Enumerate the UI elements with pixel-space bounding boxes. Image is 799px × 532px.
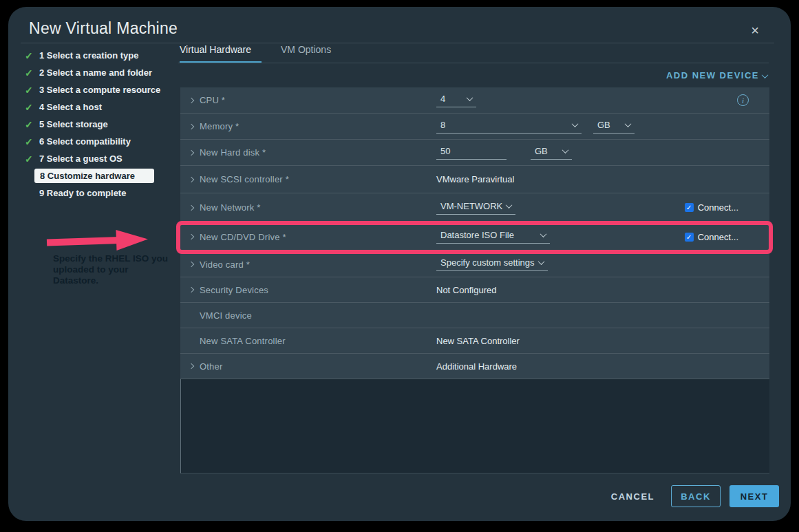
chevron-down-icon [538, 258, 545, 265]
row-other: Other Additional Hardware [180, 354, 769, 379]
active-step-pill: 8 Customize hardware [34, 169, 154, 183]
step-label: 1 Select a creation type [39, 50, 139, 61]
check-icon: ✓ [25, 136, 39, 147]
chevron-down-icon [506, 202, 513, 209]
step-label: 6 Select compatibility [39, 136, 131, 147]
network-connect-checkbox-group: ✓ Connect... [685, 202, 738, 213]
info-icon[interactable]: i [737, 94, 749, 106]
row-label: VMCI device [200, 310, 252, 321]
chevron-right-icon[interactable] [189, 235, 200, 239]
step-label: 9 Ready to complete [39, 188, 126, 198]
chevron-right-icon[interactable] [189, 206, 200, 210]
wizard-steps: ✓ 1 Select a creation type ✓ 2 Select a … [25, 47, 178, 202]
video-card-select[interactable]: Specify custom settings [436, 257, 548, 271]
step-select-compatibility[interactable]: ✓ 6 Select compatibility [25, 133, 178, 150]
cancel-button[interactable]: CANCEL [611, 491, 654, 502]
cpu-count-value: 4 [440, 94, 445, 104]
step-label: 7 Select a guest OS [39, 153, 122, 164]
row-label: New CD/DVD Drive * [200, 232, 286, 242]
memory-size-combobox[interactable]: 8 [436, 120, 582, 134]
disk-size-input[interactable]: 50 [436, 146, 507, 160]
check-icon: ✓ [25, 119, 39, 130]
chevron-right-icon[interactable] [189, 125, 200, 129]
chevron-right-icon[interactable] [189, 178, 200, 182]
chevron-down-icon [625, 120, 632, 127]
memory-unit-select[interactable]: GB [593, 120, 635, 134]
row-label: Security Devices [200, 285, 268, 295]
chevron-right-icon[interactable] [189, 98, 200, 103]
tab-divider [178, 63, 769, 63]
row-new-sata-controller: New SATA Controller New SATA Controller [180, 328, 769, 354]
close-icon[interactable]: × [751, 23, 759, 37]
video-card-value: Specify custom settings [440, 257, 535, 268]
cd-dvd-media-select[interactable]: Datastore ISO File [436, 230, 550, 244]
chevron-right-icon[interactable] [189, 151, 200, 155]
dialog-footer: CANCEL BACK NEXT [611, 485, 779, 507]
row-memory: Memory * 8 GB [180, 114, 769, 140]
connect-label: Connect... [698, 202, 738, 213]
row-security-devices: Security Devices Not Configured [180, 277, 769, 303]
network-select[interactable]: VM-NETWORK [436, 201, 515, 215]
other-value: Additional Hardware [436, 361, 517, 372]
tab-vm-options[interactable]: VM Options [281, 44, 331, 63]
chevron-down-icon [572, 120, 579, 127]
step-select-guest-os[interactable]: ✓ 7 Select a guest OS [25, 150, 178, 167]
step-select-host[interactable]: ✓ 4 Select a host [25, 98, 178, 116]
chevron-right-icon[interactable] [189, 262, 200, 266]
memory-unit-value: GB [597, 120, 610, 130]
chevron-down-icon [562, 147, 569, 153]
connect-label: Connect... [698, 232, 738, 242]
step-label: 2 Select a name and folder [39, 67, 152, 78]
row-new-hard-disk: New Hard disk * 50 GB [180, 140, 769, 166]
next-button[interactable]: NEXT [729, 485, 779, 507]
add-new-device-label: ADD NEW DEVICE [666, 70, 759, 81]
step-select-storage[interactable]: ✓ 5 Select storage [25, 116, 178, 133]
row-new-cd-dvd-drive: New CD/DVD Drive * Datastore ISO File ✓ … [180, 222, 769, 252]
check-icon: ✓ [25, 85, 39, 96]
device-list-empty-area [180, 379, 769, 474]
cd-dvd-media-value: Datastore ISO File [440, 230, 514, 240]
chevron-down-icon [467, 94, 473, 101]
row-new-scsi-controller: New SCSI controller * VMware Paravirtual [180, 166, 769, 193]
annotation-note: Specify the RHEL ISO you uploaded to you… [53, 253, 171, 286]
title-divider [21, 43, 774, 43]
row-label: Other [200, 361, 223, 372]
new-vm-dialog: New Virtual Machine × ✓ 1 Select a creat… [8, 7, 791, 521]
chevron-down-icon [540, 231, 547, 237]
chevron-right-icon[interactable] [189, 288, 200, 292]
scsi-controller-value: VMware Paravirtual [436, 174, 514, 184]
check-icon: ✓ [25, 102, 39, 113]
disk-unit-select[interactable]: GB [531, 146, 572, 160]
row-label: CPU * [200, 95, 225, 105]
step-ready-to-complete[interactable]: 9 Ready to complete [25, 184, 178, 202]
step-label: 4 Select a host [39, 102, 102, 112]
checkbox-checked-icon[interactable]: ✓ [685, 203, 694, 212]
network-value: VM-NETWORK [440, 201, 502, 211]
check-icon: ✓ [25, 153, 39, 164]
step-customize-hardware-active[interactable]: 8 Customize hardware [34, 167, 178, 184]
tab-bar: Virtual Hardware VM Options [180, 44, 331, 63]
step-label: 5 Select storage [39, 119, 108, 129]
chevron-down-icon [762, 72, 769, 78]
row-label: New Hard disk * [200, 147, 266, 158]
row-label: New SCSI controller * [200, 174, 289, 184]
row-cpu: CPU * 4 i [180, 87, 769, 114]
row-vmci-device: VMCI device [180, 303, 769, 328]
disk-unit-value: GB [535, 146, 548, 156]
checkbox-checked-icon[interactable]: ✓ [685, 233, 694, 242]
back-button[interactable]: BACK [671, 485, 721, 507]
security-devices-value: Not Configured [436, 285, 496, 295]
tab-virtual-hardware[interactable]: Virtual Hardware [180, 44, 262, 63]
chevron-right-icon[interactable] [189, 364, 200, 368]
row-label: New SATA Controller [200, 336, 286, 346]
cpu-count-select[interactable]: 4 [436, 94, 476, 107]
hardware-table: CPU * 4 i Memory * 8 GB New Hard [180, 87, 769, 474]
row-new-network: New Network * VM-NETWORK ✓ Connect... [180, 193, 769, 222]
row-label: Memory * [200, 121, 239, 131]
step-select-name-folder[interactable]: ✓ 2 Select a name and folder [25, 64, 178, 81]
sata-controller-value: New SATA Controller [436, 336, 520, 346]
step-select-compute-resource[interactable]: ✓ 3 Select a compute resource [25, 81, 178, 98]
annotation-arrow-icon [45, 226, 151, 255]
add-new-device-button[interactable]: ADD NEW DEVICE [666, 70, 767, 81]
step-select-creation-type[interactable]: ✓ 1 Select a creation type [25, 47, 178, 64]
